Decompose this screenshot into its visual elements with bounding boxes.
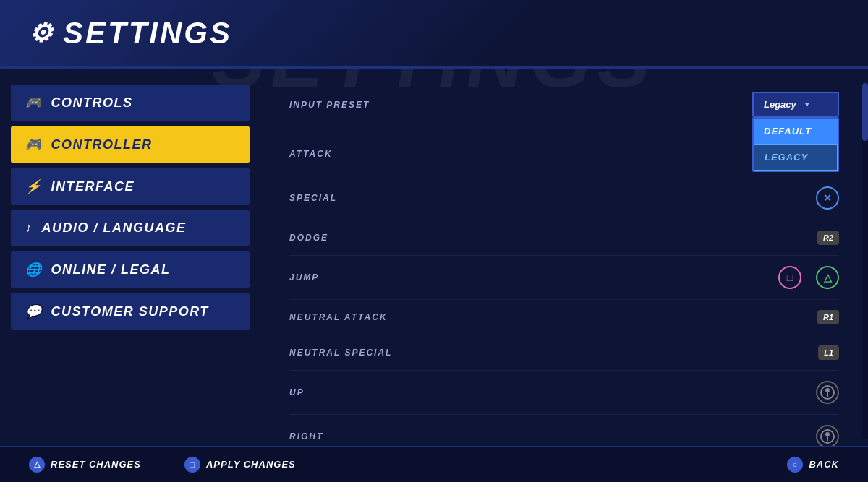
scrollbar-thumb[interactable] bbox=[862, 83, 868, 141]
back-label: BACK bbox=[809, 459, 839, 470]
square-button[interactable]: □ bbox=[778, 266, 801, 289]
control-buttons-special: ✕ bbox=[816, 186, 839, 210]
sidebar-icon-controls: 🎮 bbox=[25, 95, 43, 111]
dropdown-button[interactable]: Legacy ▼ bbox=[752, 92, 839, 117]
svg-point-4 bbox=[825, 432, 830, 436]
sidebar-item-customer-support[interactable]: 💬CUSTOMER SUPPORT bbox=[11, 293, 250, 330]
control-label-neutral-special: NEUTRAL SPECIAL bbox=[289, 348, 818, 358]
control-label-neutral-attack: NEUTRAL ATTACK bbox=[289, 312, 817, 322]
control-label-dodge: DODGE bbox=[289, 233, 817, 243]
cross-button[interactable]: ✕ bbox=[816, 186, 839, 210]
control-label-attack: ATTACK bbox=[289, 149, 816, 159]
control-row-neutral-attack: NEUTRAL ATTACKR1 bbox=[289, 300, 839, 335]
content-panel: INPUT PRESET Legacy ▼ DEFAULTLEGACY ATTA… bbox=[260, 69, 868, 482]
control-row-jump: JUMP□△ bbox=[289, 256, 839, 300]
sidebar-label-customer-support: CUSTOMER SUPPORT bbox=[51, 304, 209, 319]
triangle-icon: △ bbox=[29, 457, 45, 473]
control-buttons-neutral-attack: R1 bbox=[817, 310, 839, 324]
control-row-special: SPECIAL✕ bbox=[289, 176, 839, 220]
circle-icon: ○ bbox=[787, 457, 803, 473]
control-row-neutral-special: NEUTRAL SPECIALL1 bbox=[289, 335, 839, 371]
apply-label: APPLY CHANGES bbox=[206, 459, 296, 470]
control-label-right: RIGHT bbox=[289, 431, 816, 442]
main-layout: 🎮CONTROLS🎮CONTROLLER⚡INTERFACE♪AUDIO / L… bbox=[0, 69, 868, 482]
sidebar-icon-customer-support: 💬 bbox=[25, 304, 43, 319]
dropdown-option-default[interactable]: DEFAULT bbox=[754, 119, 838, 144]
page-title: ⚙ SETTINGS bbox=[29, 16, 232, 51]
sidebar-item-controller[interactable]: 🎮CONTROLLER bbox=[11, 126, 250, 163]
reset-changes-action[interactable]: △ RESET CHANGES bbox=[29, 457, 141, 473]
back-action[interactable]: ○ BACK bbox=[787, 457, 839, 473]
svg-point-1 bbox=[825, 388, 830, 392]
scrollbar-track[interactable] bbox=[862, 83, 868, 439]
gear-icon: ⚙ bbox=[29, 18, 54, 48]
control-row-up: UP bbox=[289, 371, 839, 415]
control-buttons-up bbox=[816, 381, 839, 404]
apply-changes-action[interactable]: □ APPLY CHANGES bbox=[184, 457, 296, 473]
sidebar-label-controls: CONTROLS bbox=[51, 95, 133, 111]
sidebar-icon-interface: ⚡ bbox=[25, 178, 43, 194]
header: ⚙ SETTINGS bbox=[0, 0, 868, 69]
control-buttons-jump: □△ bbox=[778, 266, 839, 289]
sidebar-label-interface: INTERFACE bbox=[51, 179, 135, 194]
control-buttons-right bbox=[816, 425, 839, 448]
reset-label: RESET CHANGES bbox=[51, 459, 141, 470]
preset-dropdown[interactable]: Legacy ▼ DEFAULTLEGACY bbox=[752, 92, 839, 117]
sidebar-item-controls[interactable]: 🎮CONTROLS bbox=[11, 85, 250, 121]
trigger-button-R2[interactable]: R2 bbox=[817, 231, 839, 245]
sidebar-icon-online-legal: 🌐 bbox=[25, 262, 43, 277]
sidebar-icon-audio-language: ♪ bbox=[25, 220, 33, 236]
sidebar-label-audio-language: AUDIO / LANGUAGE bbox=[42, 220, 187, 236]
bottom-bar: △ RESET CHANGES □ APPLY CHANGES ○ BACK bbox=[0, 446, 868, 482]
square-icon: □ bbox=[184, 457, 200, 473]
sidebar-item-audio-language[interactable]: ♪AUDIO / LANGUAGE bbox=[11, 210, 250, 246]
controls-list: ATTACK○SPECIAL✕DODGER2JUMP□△NEUTRAL ATTA… bbox=[289, 132, 839, 482]
control-buttons-dodge: R2 bbox=[817, 231, 839, 245]
sidebar: 🎮CONTROLS🎮CONTROLLER⚡INTERFACE♪AUDIO / L… bbox=[0, 69, 260, 482]
dropdown-option-legacy[interactable]: LEGACY bbox=[754, 144, 838, 171]
control-label-jump: JUMP bbox=[289, 272, 778, 283]
sidebar-label-controller: CONTROLLER bbox=[51, 137, 153, 152]
control-label-up: UP bbox=[289, 387, 816, 397]
sidebar-icon-controller: 🎮 bbox=[25, 137, 43, 152]
dropdown-value: Legacy bbox=[764, 99, 796, 110]
control-row-dodge: DODGER2 bbox=[289, 220, 839, 256]
dropdown-menu: DEFAULTLEGACY bbox=[752, 117, 839, 172]
trigger-button-R1[interactable]: R1 bbox=[817, 310, 839, 324]
control-buttons-neutral-special: L1 bbox=[818, 345, 839, 360]
sidebar-item-interface[interactable]: ⚡INTERFACE bbox=[11, 168, 250, 205]
sidebar-label-online-legal: ONLINE / LEGAL bbox=[51, 262, 171, 277]
stick-button-up[interactable] bbox=[816, 381, 839, 404]
sidebar-item-online-legal[interactable]: 🌐ONLINE / LEGAL bbox=[11, 251, 250, 288]
title-text: SETTINGS bbox=[63, 16, 232, 51]
trigger-button-L1[interactable]: L1 bbox=[818, 345, 839, 360]
chevron-down-icon: ▼ bbox=[804, 100, 811, 108]
triangle-button[interactable]: △ bbox=[816, 266, 839, 289]
input-preset-row: INPUT PRESET Legacy ▼ DEFAULTLEGACY bbox=[289, 83, 839, 126]
control-label-special: SPECIAL bbox=[289, 193, 816, 203]
input-preset-label: INPUT PRESET bbox=[289, 100, 752, 110]
stick-button-right[interactable] bbox=[816, 425, 839, 448]
